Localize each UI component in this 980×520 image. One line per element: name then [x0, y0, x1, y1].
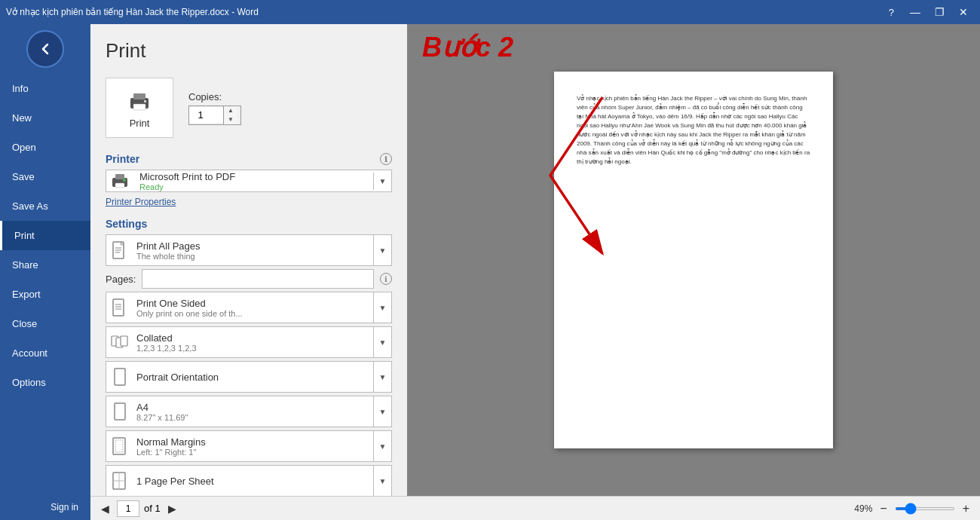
- copies-down-button[interactable]: ▼: [224, 115, 237, 124]
- pages-row: Pages: ℹ: [106, 269, 392, 289]
- pages-per-sheet-arrow[interactable]: ▼: [373, 466, 391, 496]
- sidebar-item-options[interactable]: Options: [0, 368, 90, 397]
- preview-page: Vở nhạc kịch phiên bản tiếng Hàn Jack th…: [554, 72, 833, 448]
- copies-input[interactable]: [189, 107, 223, 123]
- sidebar-item-close[interactable]: Close: [0, 309, 90, 338]
- printer-select-area[interactable]: Microsoft Print to PDF Ready ▼: [106, 170, 392, 192]
- margins-doc-icon: [112, 437, 127, 455]
- paper-dropdown[interactable]: A4 8.27" x 11.69" ▼: [106, 396, 392, 427]
- main-content: Print Print Copies:: [90, 24, 980, 520]
- one-sided-sub: Only print on one side of th...: [136, 309, 370, 318]
- orientation-icon: [106, 368, 133, 386]
- collated-dropdown[interactable]: Collated 1,2,3 1,2,3 1,2,3 ▼: [106, 326, 392, 358]
- orientation-dropdown[interactable]: Portrait Orientation ▼: [106, 361, 392, 393]
- print-pages-dropdown[interactable]: Print All Pages The whole thing ▼: [106, 234, 392, 266]
- print-pages-icon: [106, 241, 133, 259]
- paper-main: A4: [136, 402, 370, 413]
- print-button[interactable]: Print: [106, 78, 173, 138]
- next-page-button[interactable]: ▶: [165, 501, 179, 516]
- paper-text: A4 8.27" x 11.69": [133, 400, 373, 424]
- one-sided-doc-icon: [112, 298, 127, 317]
- title-bar-title: Vở nhạc kịch phiên bản tiếng Hàn Jack th…: [6, 7, 259, 17]
- page-total: of 1: [144, 503, 161, 514]
- print-pages-sub: The whole thing: [136, 252, 370, 261]
- sidebar-item-new[interactable]: New: [0, 103, 90, 133]
- printer-dropdown-arrow[interactable]: ▼: [373, 173, 391, 190]
- collated-text: Collated 1,2,3 1,2,3 1,2,3: [133, 331, 373, 354]
- sidebar-item-print[interactable]: Print: [0, 221, 90, 250]
- annotation-label: Bước 2: [422, 32, 513, 63]
- collated-main: Collated: [136, 332, 370, 344]
- copies-area: Copies: ▲ ▼: [188, 91, 241, 125]
- print-btn-label: Print: [130, 118, 150, 129]
- sign-in-link[interactable]: Sign in: [0, 494, 90, 520]
- svg-rect-5: [115, 174, 124, 179]
- orientation-arrow[interactable]: ▼: [373, 362, 391, 392]
- pages-per-sheet-icon: [106, 472, 133, 490]
- copies-input-wrap: ▲ ▼: [188, 106, 241, 125]
- svg-rect-1: [133, 93, 145, 99]
- printer-properties-link[interactable]: Printer Properties: [106, 197, 392, 207]
- app-body: Info New Open Save Save As Print Share E…: [0, 24, 980, 520]
- printer-icon: [126, 87, 153, 115]
- copies-spinners: ▲ ▼: [223, 106, 237, 124]
- prev-page-button[interactable]: ◀: [98, 501, 112, 516]
- help-button[interactable]: ?: [889, 7, 894, 18]
- left-panel: Print Print Copies:: [90, 24, 407, 496]
- collated-sub: 1,2,3 1,2,3 1,2,3: [136, 344, 370, 353]
- printer-icon-wrap: [106, 170, 133, 191]
- paper-arrow[interactable]: ▼: [373, 396, 391, 427]
- printer-section-header: Printer ℹ: [106, 153, 392, 165]
- pages-per-sheet-main: 1 Page Per Sheet: [136, 476, 370, 487]
- paper-icon: [106, 402, 133, 421]
- one-sided-dropdown[interactable]: Print One Sided Only print on one side o…: [106, 292, 392, 323]
- paper-sub: 8.27" x 11.69": [136, 413, 370, 422]
- one-sided-text: Print One Sided Only print on one side o…: [133, 296, 373, 320]
- sidebar-item-info[interactable]: Info: [0, 74, 90, 103]
- pages-info-icon[interactable]: ℹ: [380, 273, 392, 285]
- current-page-input[interactable]: [117, 500, 139, 517]
- orientation-doc-icon: [113, 368, 127, 386]
- pages-label: Pages:: [106, 274, 136, 285]
- zoom-level: 49%: [854, 503, 872, 514]
- pages-per-sheet-doc-icon: [112, 472, 127, 490]
- bottom-nav: ◀ of 1 ▶ 49% − +: [90, 496, 980, 520]
- back-button[interactable]: [26, 30, 64, 68]
- zoom-slider[interactable]: [895, 507, 955, 510]
- zoom-in-button[interactable]: +: [960, 502, 972, 515]
- pages-per-sheet-dropdown[interactable]: 1 Page Per Sheet ▼: [106, 465, 392, 496]
- collated-arrow[interactable]: ▼: [373, 327, 391, 357]
- printer-select-icon: [109, 170, 130, 191]
- one-sided-icon: [106, 298, 133, 317]
- sidebar-item-export[interactable]: Export: [0, 280, 90, 309]
- preview-document-text: Vở nhạc kịch phiên bản tiếng Hàn Jack th…: [577, 94, 810, 167]
- printer-info-icon[interactable]: ℹ: [380, 153, 392, 165]
- printer-info-wrap: Microsoft Print to PDF Ready: [133, 171, 373, 191]
- sidebar-item-open[interactable]: Open: [0, 133, 90, 162]
- minimize-button[interactable]: —: [905, 4, 926, 20]
- title-bar: Vở nhạc kịch phiên bản tiếng Hàn Jack th…: [0, 0, 980, 24]
- zoom-area: 49% − +: [854, 502, 972, 515]
- svg-rect-12: [113, 299, 124, 316]
- svg-rect-6: [115, 183, 124, 188]
- margins-arrow[interactable]: ▼: [373, 431, 391, 461]
- pages-per-sheet-text: 1 Page Per Sheet: [133, 474, 373, 488]
- sidebar-item-save[interactable]: Save: [0, 162, 90, 191]
- one-sided-main: Print One Sided: [136, 298, 370, 309]
- sidebar-item-account[interactable]: Account: [0, 338, 90, 368]
- settings-section-header: Settings: [106, 218, 392, 230]
- copies-up-button[interactable]: ▲: [224, 106, 237, 115]
- pages-input[interactable]: [142, 269, 374, 289]
- sidebar-item-share[interactable]: Share: [0, 250, 90, 280]
- print-button-area: Print Copies: ▲ ▼: [106, 78, 392, 138]
- svg-rect-3: [144, 100, 146, 102]
- print-pages-arrow[interactable]: ▼: [373, 235, 391, 265]
- sidebar-item-saveas[interactable]: Save As: [0, 191, 90, 221]
- close-button[interactable]: ✕: [953, 4, 974, 20]
- restore-button[interactable]: ❐: [929, 4, 950, 20]
- margins-dropdown[interactable]: Normal Margins Left: 1" Right: 1" ▼: [106, 430, 392, 462]
- print-title: Print: [106, 39, 392, 63]
- one-sided-arrow[interactable]: ▼: [373, 292, 391, 323]
- print-pages-text: Print All Pages The whole thing: [133, 239, 373, 262]
- zoom-out-button[interactable]: −: [877, 502, 890, 515]
